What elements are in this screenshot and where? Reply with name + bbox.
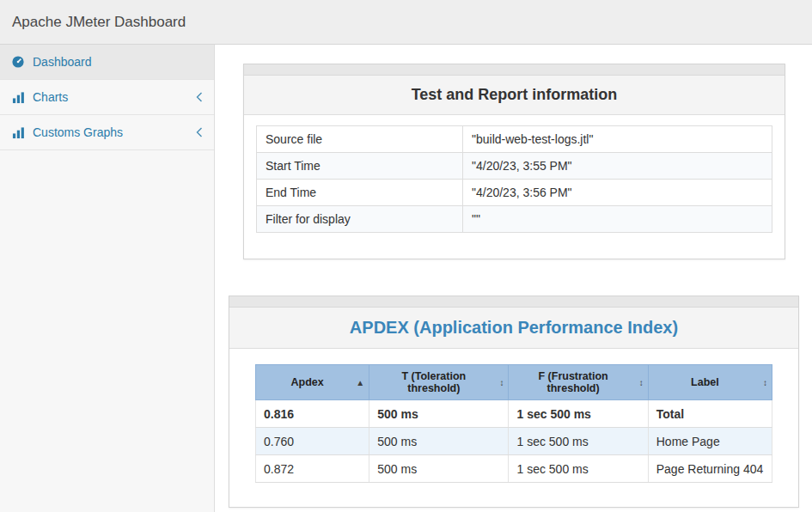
toleration-cell: 500 ms: [369, 428, 509, 455]
table-row: Start Time "4/20/23, 3:55 PM": [257, 153, 772, 180]
label-cell: Home Page: [648, 428, 772, 455]
column-header-label: T (Toleration threshold): [401, 370, 466, 394]
info-label: Source file: [257, 126, 463, 153]
apdex-cell: 0.816: [256, 400, 369, 428]
apdex-card: APDEX (Application Performance Index) Ap…: [229, 296, 799, 508]
main-content: Test and Report information Source file …: [215, 45, 812, 512]
label-cell: Page Returning 404: [648, 455, 772, 483]
apdex-card-body: Apdex ▲ T (Toleration threshold) ↕ F (Fr…: [229, 349, 798, 507]
column-header-label: Label: [691, 376, 719, 388]
dashboard-gauge-icon: [11, 55, 25, 69]
apdex-card-title: APDEX (Application Performance Index): [238, 318, 790, 338]
info-value: "build-web-test-logs.jtl": [463, 126, 772, 153]
frustration-cell: 1 sec 500 ms: [509, 455, 648, 483]
sort-both-icon: ↕: [639, 378, 644, 387]
table-row: 0.872 500 ms 1 sec 500 ms Page Returning…: [256, 455, 772, 483]
sort-both-icon: ↕: [763, 378, 767, 387]
table-row: Source file "build-web-test-logs.jtl": [257, 126, 772, 153]
sidebar-item-customs-graphs[interactable]: Customs Graphs: [0, 115, 214, 150]
test-report-info-card: Test and Report information Source file …: [243, 64, 785, 259]
column-header-frustration[interactable]: F (Frustration threshold) ↕: [509, 365, 648, 400]
portlet-header-bar: [244, 64, 785, 76]
column-header-toleration[interactable]: T (Toleration threshold) ↕: [369, 365, 509, 400]
sidebar-item-charts[interactable]: Charts: [0, 80, 214, 115]
sort-both-icon: ↕: [499, 378, 504, 387]
apdex-card-header: APDEX (Application Performance Index): [229, 308, 798, 349]
sidebar-item-label: Charts: [33, 90, 68, 104]
sidebar: Dashboard Charts: [0, 45, 215, 512]
info-value: "4/20/23, 3:56 PM": [463, 180, 772, 206]
bar-chart-icon: [11, 90, 25, 104]
table-row: Filter for display "": [257, 206, 772, 233]
sidebar-item-dashboard[interactable]: Dashboard: [0, 45, 214, 80]
info-value: "": [463, 206, 772, 233]
topbar: Apache JMeter Dashboard: [0, 0, 812, 45]
column-header-label: F (Frustration threshold): [538, 370, 607, 394]
toleration-cell: 500 ms: [369, 400, 509, 428]
sidebar-item-label: Dashboard: [33, 55, 92, 69]
page-layout: Dashboard Charts: [0, 45, 812, 512]
info-label: End Time: [257, 180, 463, 206]
apdex-cell: 0.760: [256, 428, 369, 455]
info-card-title: Test and Report information: [253, 86, 776, 104]
toleration-cell: 500 ms: [369, 455, 509, 483]
apdex-cell: 0.872: [256, 455, 369, 483]
frustration-cell: 1 sec 500 ms: [509, 428, 648, 455]
column-header-label: Apdex: [291, 376, 324, 388]
test-report-info-table: Source file "build-web-test-logs.jtl" St…: [256, 125, 772, 233]
table-row-total: 0.816 500 ms 1 sec 500 ms Total: [256, 400, 772, 428]
column-header-label-col[interactable]: Label ↕: [648, 365, 772, 400]
column-header-apdex[interactable]: Apdex ▲: [256, 365, 369, 400]
info-label: Start Time: [257, 153, 463, 180]
table-header-row: Apdex ▲ T (Toleration threshold) ↕ F (Fr…: [256, 365, 772, 400]
info-card-header: Test and Report information: [244, 76, 785, 115]
frustration-cell: 1 sec 500 ms: [509, 400, 648, 428]
apdex-table: Apdex ▲ T (Toleration threshold) ↕ F (Fr…: [255, 364, 772, 483]
app-title: Apache JMeter Dashboard: [12, 14, 186, 31]
sort-ascending-icon: ▲: [356, 378, 364, 387]
info-value: "4/20/23, 3:55 PM": [463, 153, 772, 180]
portlet-header-bar: [229, 296, 798, 308]
bar-chart-icon: [11, 125, 25, 139]
info-label: Filter for display: [257, 206, 463, 233]
table-row: 0.760 500 ms 1 sec 500 ms Home Page: [256, 428, 772, 455]
label-cell: Total: [648, 400, 772, 428]
table-row: End Time "4/20/23, 3:56 PM": [257, 180, 772, 206]
chevron-left-icon: [196, 92, 203, 102]
sidebar-item-label: Customs Graphs: [33, 125, 123, 139]
chevron-left-icon: [196, 127, 203, 137]
info-card-body: Source file "build-web-test-logs.jtl" St…: [244, 115, 785, 259]
